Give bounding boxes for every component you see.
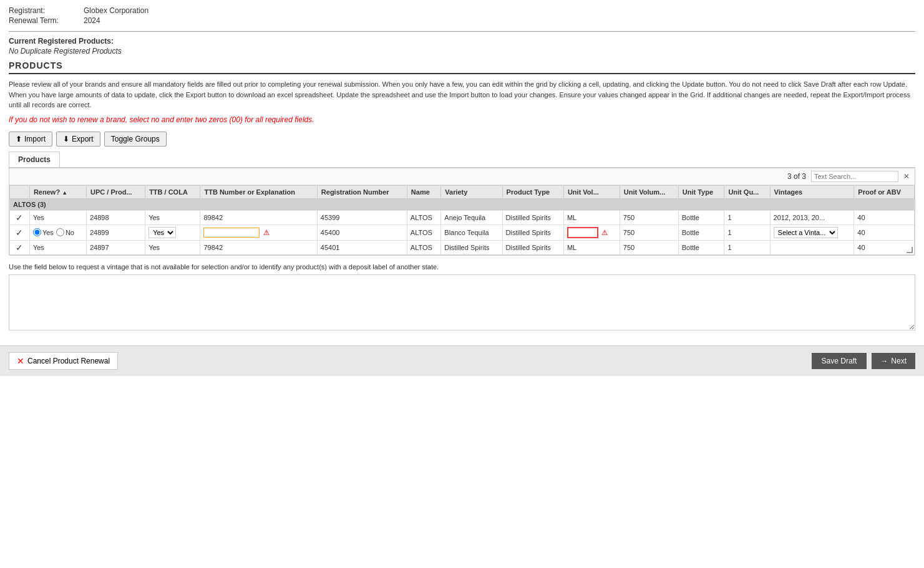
export-icon: ⬇ bbox=[63, 135, 69, 143]
th-vintages[interactable]: Vintages bbox=[770, 185, 854, 198]
no-duplicate-text: No Duplicate Registered Products bbox=[9, 47, 915, 55]
row2-ttb-cola-cell: Yes No bbox=[145, 224, 200, 240]
table-header-row: Renew? ▲ UPC / Prod... TTB / COLA TTB Nu… bbox=[10, 185, 915, 198]
next-button[interactable]: → Next bbox=[872, 353, 915, 369]
th-renew[interactable]: Renew? ▲ bbox=[29, 185, 86, 198]
row2-vintages-cell: Select a Vinta... bbox=[770, 224, 854, 240]
row2-vintages-select[interactable]: Select a Vinta... bbox=[774, 227, 838, 238]
meta-info: Registrant: Globex Corporation Renewal T… bbox=[9, 6, 915, 25]
row2-yes-radio-label[interactable]: Yes bbox=[33, 228, 54, 236]
row2-ttb-error-icon: ⚠ bbox=[263, 229, 270, 236]
cancel-product-renewal-button[interactable]: ✕ Cancel Product Renewal bbox=[9, 352, 118, 370]
footer-right: Save Draft → Next bbox=[812, 353, 915, 369]
th-ttb-cola[interactable]: TTB / COLA bbox=[145, 185, 200, 198]
group-header-altos: ALTOS (3) bbox=[10, 198, 915, 210]
row1-ttb-number: 89842 bbox=[200, 210, 317, 224]
row1-renew-value: Yes bbox=[33, 214, 44, 221]
export-label: Export bbox=[72, 135, 94, 143]
row2-ttb-cola-select[interactable]: Yes No bbox=[148, 227, 176, 238]
next-arrow-icon: → bbox=[880, 357, 888, 365]
row1-variety: Anejo Tequila bbox=[441, 210, 502, 224]
grid-wrapper: 3 of 3 ✕ Renew? ▲ UPC / Prod... TTB / CO… bbox=[9, 168, 915, 256]
products-table: Renew? ▲ UPC / Prod... TTB / COLA TTB Nu… bbox=[9, 185, 915, 255]
import-button[interactable]: ⬆ Import bbox=[9, 132, 52, 147]
row3-ttb-cola: Yes bbox=[145, 240, 200, 254]
row1-name: ALTOS bbox=[407, 210, 440, 224]
row2-reg-number: 45400 bbox=[317, 224, 407, 240]
row1-vintages: 2012, 2013, 20... bbox=[770, 210, 854, 224]
row2-yes-radio[interactable] bbox=[33, 228, 41, 236]
row1-unit-qty: 1 bbox=[724, 210, 770, 224]
row3-renew-cell: Yes bbox=[29, 240, 86, 254]
row2-no-radio-label[interactable]: No bbox=[56, 228, 74, 236]
cancel-label: Cancel Product Renewal bbox=[27, 357, 110, 365]
row1-update-button[interactable]: ✓ bbox=[14, 213, 24, 223]
row3-upc: 24897 bbox=[86, 240, 145, 254]
row3-variety: Distilled Spirits bbox=[441, 240, 502, 254]
tabs-bar: Products bbox=[9, 152, 915, 168]
import-icon: ⬆ bbox=[16, 135, 22, 143]
warning-text: If you do not wish to renew a brand, sel… bbox=[9, 115, 915, 124]
row3-product-type: Distilled Spirits bbox=[502, 240, 563, 254]
row2-update-cell[interactable]: ✓ bbox=[10, 224, 30, 240]
footer-left: ✕ Cancel Product Renewal bbox=[9, 352, 118, 370]
th-variety[interactable]: Variety bbox=[441, 185, 502, 198]
vintage-request-textarea[interactable] bbox=[9, 274, 915, 330]
th-proof-abv[interactable]: Proof or ABV bbox=[854, 185, 915, 198]
toolbar: ⬆ Import ⬇ Export Toggle Groups bbox=[9, 132, 915, 147]
th-name[interactable]: Name bbox=[407, 185, 440, 198]
row2-unit-vol-error-icon: ⚠ bbox=[601, 229, 608, 236]
row1-update-cell[interactable]: ✓ bbox=[10, 210, 30, 224]
bottom-note: Use the field below to request a vintage… bbox=[9, 263, 915, 271]
row2-unit-vol-type-input[interactable] bbox=[567, 227, 598, 238]
row3-update-cell[interactable]: ✓ bbox=[10, 240, 30, 254]
th-product-type[interactable]: Product Type bbox=[502, 185, 563, 198]
table-row: ✓ Yes 24897 Yes 79842 45401 ALTOS Distil… bbox=[10, 240, 915, 254]
row3-renew-value: Yes bbox=[33, 244, 44, 251]
export-button[interactable]: ⬇ Export bbox=[56, 132, 100, 147]
save-draft-button[interactable]: Save Draft bbox=[812, 353, 867, 369]
grid-resize-handle[interactable] bbox=[907, 247, 913, 253]
th-reg-number[interactable]: Registration Number bbox=[317, 185, 407, 198]
row3-reg-number: 45401 bbox=[317, 240, 407, 254]
save-draft-label: Save Draft bbox=[822, 357, 857, 365]
row3-update-button[interactable]: ✓ bbox=[14, 243, 24, 253]
renewal-label: Renewal Term: bbox=[9, 16, 84, 25]
row2-ttb-number-cell: ⚠ bbox=[200, 224, 317, 240]
table-row: ✓ Yes No 2489 bbox=[10, 224, 915, 240]
text-search-input[interactable] bbox=[811, 171, 898, 182]
row1-product-type: Distilled Spirits bbox=[502, 210, 563, 224]
th-unit-volume[interactable]: Unit Volum... bbox=[620, 185, 678, 198]
registrant-label: Registrant: bbox=[9, 6, 84, 15]
row2-unit-type: Bottle bbox=[678, 224, 724, 240]
row1-upc: 24898 bbox=[86, 210, 145, 224]
row1-unit-vol-type: ML bbox=[563, 210, 620, 224]
tab-products[interactable]: Products bbox=[9, 152, 60, 167]
row1-proof-abv: 40 bbox=[854, 210, 915, 224]
row2-no-radio[interactable] bbox=[56, 228, 64, 236]
toggle-groups-button[interactable]: Toggle Groups bbox=[104, 132, 167, 147]
th-upc[interactable]: UPC / Prod... bbox=[86, 185, 145, 198]
row2-name: ALTOS bbox=[407, 224, 440, 240]
row1-ttb-cola: Yes bbox=[145, 210, 200, 224]
registrant-value: Globex Corporation bbox=[84, 6, 148, 15]
th-ttb-number[interactable]: TTB Number or Explanation bbox=[200, 185, 317, 198]
divider-1 bbox=[9, 31, 915, 32]
import-label: Import bbox=[24, 135, 46, 143]
sort-arrow-renew: ▲ bbox=[62, 190, 67, 196]
row2-proof-abv: 40 bbox=[854, 224, 915, 240]
th-update bbox=[10, 185, 30, 198]
row2-ttb-number-input[interactable] bbox=[203, 228, 260, 238]
clear-search-icon[interactable]: ✕ bbox=[903, 172, 910, 181]
th-unit-vol-type[interactable]: Unit Vol... bbox=[563, 185, 620, 198]
row2-product-type: Distilled Spirits bbox=[502, 224, 563, 240]
row3-unit-type: Bottle bbox=[678, 240, 724, 254]
row1-unit-type: Bottle bbox=[678, 210, 724, 224]
row1-unit-volume: 750 bbox=[620, 210, 678, 224]
row2-update-button[interactable]: ✓ bbox=[14, 228, 24, 238]
toggle-groups-label: Toggle Groups bbox=[111, 135, 160, 143]
instructions-text: Please review all of your brands and ens… bbox=[9, 79, 915, 110]
row1-reg-number: 45399 bbox=[317, 210, 407, 224]
th-unit-type[interactable]: Unit Type bbox=[678, 185, 724, 198]
th-unit-qty[interactable]: Unit Qu... bbox=[724, 185, 770, 198]
